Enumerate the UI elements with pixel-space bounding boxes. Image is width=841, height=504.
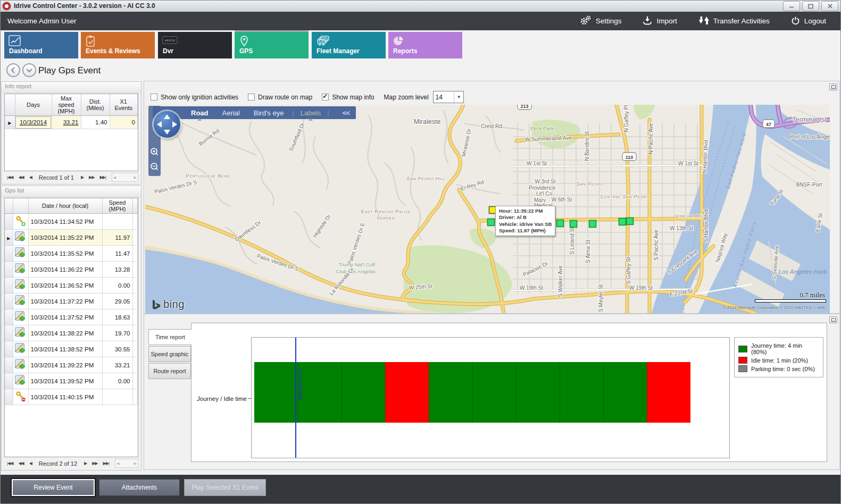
zoom-in-button[interactable] [150,147,159,158]
info-report-row[interactable]: ▶ 10/3/2014 33.21 1.40 0 [5,116,138,129]
col-max-speed[interactable]: Max speed (MPH) [52,94,81,116]
tab-dashboard[interactable]: Dashboard [4,32,78,58]
gps-row[interactable]: 10/3/2014 11:40:15 PM [5,389,138,405]
map-panel-expand-button[interactable] [829,83,837,90]
prev-page-icon[interactable]: ◀◀ [18,461,23,466]
col-datetime[interactable]: Date / hour (local) [28,198,102,214]
gps-time-cell[interactable]: 10/3/2014 11:39:22 PM [28,357,102,373]
route-marker[interactable] [589,221,596,228]
gps-row[interactable]: 10/3/2014 11:38:52 PM30.55 [5,341,138,357]
horizontal-scrollbar[interactable]: ◀▶ [115,459,138,468]
gps-time-cell[interactable]: 10/3/2014 11:36:22 PM [28,262,102,278]
close-button[interactable] [821,1,838,11]
tab-time-report[interactable]: Time report [148,329,192,345]
checkbox-ignition-activities[interactable]: Show only ignition activities [151,94,238,101]
gps-row[interactable]: 10/3/2014 11:39:52 PM0.00 [5,373,138,389]
next-page-icon[interactable]: ▶▶ [92,461,97,466]
map-zoom-level-select[interactable]: 14 ▼ [433,91,464,103]
gps-time-cell[interactable]: 10/3/2014 11:36:52 PM [28,278,102,293]
tab-speed-graphic[interactable]: Speed graphic [148,346,191,362]
gps-time-cell[interactable]: 10/3/2014 11:37:22 PM [28,293,102,309]
map-canvas[interactable]: 21311047 MiralesteTerminal IslCrest RdBu… [145,105,830,313]
review-event-button[interactable]: Review Event [12,479,95,496]
gps-row[interactable]: 10/3/2014 11:35:52 PM11.47 [5,246,138,262]
route-marker[interactable] [627,218,634,225]
gps-time-cell[interactable]: 10/3/2014 11:38:22 PM [28,325,102,341]
timeline-segment-journey [342,362,385,423]
map-zoom-level-value: 14 [436,94,443,101]
gps-time-cell[interactable]: 10/3/2014 11:40:15 PM [28,389,102,405]
zoom-out-button[interactable] [150,162,159,173]
route-marker[interactable] [619,219,626,225]
gps-row[interactable]: 10/3/2014 11:34:52 PM [5,214,138,230]
gps-row[interactable]: 10/3/2014 11:37:52 PM18.63 [5,309,138,325]
maximize-button[interactable] [802,1,819,11]
expand-down-button[interactable] [22,63,36,77]
checkbox-draw-route[interactable]: Draw route on map [248,94,312,101]
chart-plot-area: 11:35:22 PM [251,337,730,458]
first-record-icon[interactable]: |◀◀ [7,175,13,180]
map-style-labels[interactable]: Labels [301,109,321,117]
tooltip-vehicle: Vehicle: idrive Van SB [499,221,552,228]
tab-reports[interactable]: Reports [388,32,462,58]
checkbox-box[interactable] [151,94,157,100]
tab-route-report[interactable]: Route report [148,363,191,379]
attachments-button[interactable]: Attachments [99,479,180,496]
days-cell[interactable]: 10/3/2014 [15,116,52,129]
prev-record-icon[interactable]: ◀ [29,461,32,466]
col-days[interactable]: Days [15,94,52,116]
transfer-activities-button[interactable]: Transfer Activities [698,16,770,27]
gps-row[interactable]: 10/3/2014 11:36:52 PM0.00 [5,278,138,293]
toolbar-collapse-button[interactable]: << [343,109,349,117]
import-button[interactable]: Import [643,16,677,27]
prev-page-icon[interactable]: ◀◀ [18,175,23,180]
col-x1-events[interactable]: X1 Events [110,94,138,116]
gps-row[interactable]: 10/3/2014 11:37:22 PM29.05 [5,293,138,309]
title-bar: Idrive Control Center - 3.0.2 version - … [0,0,841,12]
play-selected-x1-event-button[interactable]: Play Selected X1 Event [184,479,266,496]
gps-time-cell[interactable]: 10/3/2014 11:35:22 PM [28,230,102,246]
next-page-icon[interactable]: ▶▶ [89,175,94,180]
logout-button[interactable]: Logout [791,16,826,27]
route-marker[interactable] [488,219,495,226]
gps-row[interactable]: 10/3/2014 11:38:22 PM19.70 [5,325,138,341]
tab-gps[interactable]: GPS [235,32,309,58]
horizontal-scrollbar[interactable]: ◀▶ [112,173,138,182]
gps-time-cell[interactable]: 10/3/2014 11:37:52 PM [28,309,102,325]
route-marker[interactable] [570,221,577,228]
merge-icon: MERGE [162,35,178,48]
tab-dvr[interactable]: MERGE Dvr [158,32,232,58]
gps-time-cell[interactable]: 10/3/2014 11:35:52 PM [28,246,102,262]
map-pan-compass[interactable] [154,111,180,138]
checkbox-show-map-info[interactable]: Show map info [322,94,374,101]
chart-panel-expand-button[interactable] [829,316,837,323]
settings-button[interactable]: Settings [580,15,622,27]
route-marker[interactable] [557,220,564,227]
gps-time-cell[interactable]: 10/3/2014 11:34:52 PM [28,214,102,230]
map-style-aerial[interactable]: Aerial [222,109,240,117]
gps-row[interactable]: ▶10/3/2014 11:35:22 PM11.97 [5,230,138,246]
back-button[interactable] [6,63,20,77]
col-speed[interactable]: Speed (MPH) [102,198,132,214]
checkbox-box[interactable] [248,94,255,100]
last-record-icon[interactable]: ▶▶| [99,175,105,180]
map-style-road[interactable]: Road [191,109,209,117]
minimize-button[interactable] [783,1,800,11]
gps-time-cell[interactable]: 10/3/2014 11:39:52 PM [28,373,102,389]
col-dist[interactable]: Dist. (Miles) [81,94,110,116]
first-record-icon[interactable]: |◀◀ [7,461,13,466]
max-speed-cell[interactable]: 33.21 [52,116,81,129]
gps-row[interactable]: 10/3/2014 11:36:22 PM13.28 [5,262,138,278]
next-record-icon[interactable]: ▶ [84,461,87,466]
gps-time-cell[interactable]: 10/3/2014 11:38:52 PM [28,341,102,357]
tab-fleet-manager[interactable]: Fleet Manager [312,32,386,58]
next-record-icon[interactable]: ▶ [81,175,84,180]
tab-events-reviews[interactable]: Events & Reviews [81,32,155,58]
gps-list-title: Gps list [2,186,141,197]
prev-record-icon[interactable]: ◀ [29,175,32,180]
checkbox-box[interactable] [322,94,329,100]
svg-text:47: 47 [766,122,771,127]
last-record-icon[interactable]: ▶▶| [103,461,109,466]
gps-row[interactable]: 10/3/2014 11:39:22 PM33.21 [5,357,138,373]
map-style-birdseye[interactable]: Bird's eye [254,109,284,117]
